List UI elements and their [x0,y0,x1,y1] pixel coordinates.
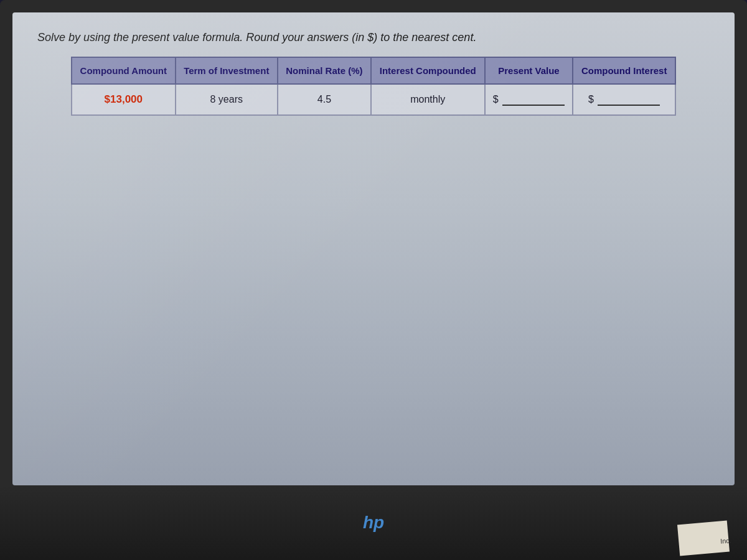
finance-table: Compound Amount Term of Investment Nomin… [71,57,676,116]
cell-nominal-rate: 4.5 [278,84,371,115]
compound-interest-input[interactable] [598,94,660,106]
paper-label: Inc. [720,536,732,545]
cell-interest-compounded: monthly [371,84,485,115]
present-value-dollar-sign: $ [493,94,499,105]
monitor-bezel-bottom: hp [0,485,747,560]
content-area: Solve by using the present value formula… [12,12,735,128]
header-compound-amount: Compound Amount [72,57,176,84]
header-interest-compounded: Interest Compounded [371,57,485,84]
cell-compound-interest: $ [573,84,675,115]
header-present-value: Present Value [485,57,573,84]
cell-present-value: $ [485,84,573,115]
present-value-input[interactable] [502,94,565,106]
header-nominal-rate: Nominal Rate (%) [278,57,371,84]
cell-term: 8 years [176,84,278,115]
table-row: $13,000 8 years 4.5 monthly $ $ [72,84,675,115]
compound-interest-dollar-sign: $ [588,94,594,105]
header-compound-interest: Compound Interest [573,57,675,84]
hp-logo: hp [363,513,384,533]
cell-compound-amount: $13,000 [72,84,176,115]
monitor: Solve by using the present value formula… [0,0,747,560]
screen: Solve by using the present value formula… [12,12,735,485]
instruction-text: Solve by using the present value formula… [37,31,710,44]
table-header-row: Compound Amount Term of Investment Nomin… [72,57,675,84]
header-term-investment: Term of Investment [176,57,278,84]
